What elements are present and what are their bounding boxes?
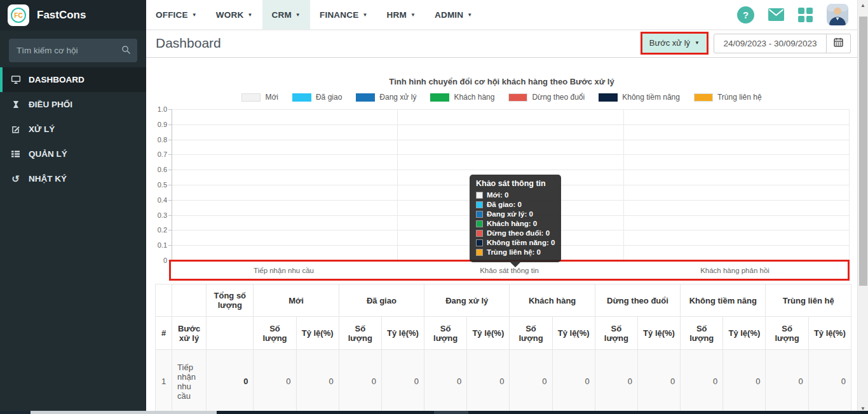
table-subheader-count: Số lượng: [254, 317, 296, 350]
nav-item-crm[interactable]: CRM▼: [262, 0, 310, 29]
legend-item[interactable]: Dừng theo đuổi: [508, 93, 585, 102]
legend-swatch: [508, 93, 527, 102]
nav-item-office[interactable]: OFFICE▼: [146, 0, 207, 29]
table-subheader-rate: Tỷ lệ(%): [381, 317, 424, 350]
chevron-down-icon: ▼: [362, 12, 367, 18]
search-input[interactable]: [9, 39, 137, 62]
chevron-down-icon: ▼: [295, 12, 301, 18]
horizontal-scrollbar[interactable]: [0, 411, 868, 414]
y-tick-mark: [168, 140, 172, 140]
page-title: Dashboard: [156, 36, 221, 51]
table-cell-value: 0: [552, 350, 595, 411]
sidebar-item-label: QUẢN LÝ: [29, 149, 67, 159]
table-subheader-rate: Tỷ lệ(%): [637, 317, 680, 350]
hourglass-icon: [10, 100, 22, 109]
legend-item[interactable]: Đang xử lý: [356, 93, 416, 102]
filter-step-button[interactable]: Bước xử lý ▼: [642, 34, 707, 53]
table-subheader-count: Số lượng: [424, 317, 467, 350]
brand-name: FastCons: [37, 9, 86, 22]
calendar-button[interactable]: [827, 34, 851, 53]
tooltip-item: Dừng theo đuổi: 0: [476, 229, 555, 238]
tooltip-swatch: [476, 201, 483, 208]
sidebar-item-2[interactable]: XỬ LÝ: [0, 117, 146, 142]
table-subheader-count: Số lượng: [339, 317, 381, 350]
tooltip-swatch: [476, 230, 483, 237]
help-icon[interactable]: ?: [737, 6, 754, 23]
horizontal-scrollbar-segment: [434, 411, 468, 414]
table-header-group: Trùng liên hệ: [766, 284, 851, 317]
tooltip-item-label: Khách hàng: 0: [487, 219, 537, 229]
table-row: 1Tiếp nhận nhu cầu000000000000000: [156, 350, 851, 411]
y-tick-label: 0.2: [149, 226, 167, 234]
table-header-row: Tổng số lượngMớiĐã giaoĐang xử lýKhách h…: [156, 284, 851, 317]
search-icon[interactable]: [121, 45, 131, 57]
nav-item-hrm[interactable]: HRM▼: [377, 0, 425, 29]
annotation-highlight-filter: Bước xử lý ▼: [641, 32, 709, 55]
nav-item-admin[interactable]: ADMIN▼: [425, 0, 482, 29]
table-header-group: Đã giao: [339, 284, 424, 317]
user-avatar[interactable]: [827, 4, 848, 25]
y-tick-label: 0.9: [149, 121, 167, 128]
monitor-icon: [10, 75, 22, 84]
gridline-h: [172, 154, 850, 155]
y-tick-mark: [168, 170, 172, 170]
table-header-group: Đang xử lý: [424, 284, 510, 317]
legend-item[interactable]: Đã giao: [292, 93, 342, 102]
scroll-up-arrow-icon[interactable]: ▲: [858, 3, 868, 8]
table-header-blank: [156, 284, 172, 317]
tooltip-item-label: Không tiềm năng: 0: [487, 238, 555, 248]
sidebar-item-4[interactable]: ↺NHẬT KÝ: [0, 166, 146, 191]
legend-item[interactable]: Khách hàng: [430, 93, 494, 102]
vertical-scrollbar-thumb[interactable]: [859, 17, 867, 286]
apps-grid-icon[interactable]: [798, 8, 813, 22]
annotation-highlight-xaxis: Tiếp nhận nhu cầuKhảo sát thông tinKhách…: [169, 260, 850, 281]
mail-icon[interactable]: [768, 8, 784, 21]
legend-item[interactable]: Mới: [241, 93, 278, 102]
y-tick-label: 0.4: [149, 196, 167, 204]
top-navbar: OFFICE▼WORK▼CRM▼FINANCE▼HRM▼ADMIN▼ ?: [146, 0, 857, 30]
table-header-group: Dừng theo đuổi: [595, 284, 680, 317]
gridline-h: [172, 109, 850, 110]
sidebar-item-1[interactable]: ĐIỀU PHỐI: [0, 92, 146, 117]
legend-swatch: [694, 93, 713, 102]
y-tick-mark: [168, 245, 172, 246]
table-cell-step: Tiếp nhận nhu cầu: [172, 350, 207, 411]
tooltip-items: Mới: 0Đã giao: 0Đang xử lý: 0Khách hàng:…: [476, 190, 555, 257]
sidebar-item-0[interactable]: DASHBOARD: [0, 67, 146, 92]
y-tick-label: 0.3: [149, 211, 167, 219]
sidebar-item-label: NHẬT KÝ: [29, 174, 67, 184]
edit-icon: [10, 124, 22, 134]
date-range-input[interactable]: [714, 34, 827, 53]
x-axis-category-label: Khách hàng phản hồi: [622, 262, 848, 279]
filter-step-label: Bước xử lý: [649, 38, 690, 48]
legend-swatch: [356, 93, 375, 102]
gridline-h: [172, 170, 850, 170]
nav-item-label: HRM: [387, 10, 407, 20]
tooltip-item: Trùng liên hệ: 0: [476, 248, 555, 257]
legend-label: Khách hàng: [454, 93, 494, 102]
nav-item-work[interactable]: WORK▼: [207, 0, 262, 29]
top-nav-actions: ?: [737, 0, 857, 29]
sidebar-item-label: ĐIỀU PHỐI: [29, 100, 72, 109]
chevron-down-icon: ▼: [695, 40, 700, 46]
table-cell-value: 0: [467, 350, 510, 411]
legend-item[interactable]: Trùng liên hệ: [694, 93, 762, 102]
y-tick-label: 0.7: [149, 150, 167, 158]
tooltip-caret: [510, 262, 520, 267]
sidebar-item-3[interactable]: QUẢN LÝ: [0, 142, 146, 166]
main-content: Tình hình chuyển đổi cơ hội khách hàng t…: [146, 58, 857, 411]
tooltip-item-label: Trùng liên hệ: 0: [487, 248, 541, 257]
sidebar-menu: DASHBOARDĐIỀU PHỐIXỬ LÝQUẢN LÝ↺NHẬT KÝ: [0, 67, 146, 191]
top-nav-items: OFFICE▼WORK▼CRM▼FINANCE▼HRM▼ADMIN▼: [146, 0, 482, 29]
brand: FC FastCons: [0, 0, 146, 30]
legend-item[interactable]: Không tiềm năng: [599, 93, 680, 102]
table-subheader-rate: Tỷ lệ(%): [808, 317, 851, 350]
table-subheader-count: Số lượng: [681, 317, 723, 350]
page-header: Dashboard Bước xử lý ▼: [146, 29, 857, 58]
table-cell-value: 0: [595, 350, 637, 411]
horizontal-scrollbar-thumb[interactable]: [31, 411, 217, 414]
y-tick-label: 0.5: [149, 181, 167, 189]
tooltip-item: Khách hàng: 0: [476, 219, 555, 229]
nav-item-finance[interactable]: FINANCE▼: [310, 0, 377, 29]
vertical-scrollbar[interactable]: ▲ ▼: [857, 0, 868, 414]
